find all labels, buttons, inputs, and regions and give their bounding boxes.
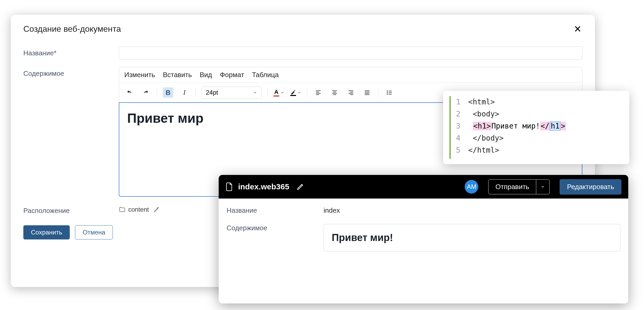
send-dropdown: Отправить	[488, 179, 550, 194]
code-preview-popup: 1 2 3 4 5 <html> <body> <h1>Привет мир!<…	[443, 91, 629, 164]
toolbar-divider	[378, 88, 378, 97]
undo-icon[interactable]	[124, 87, 135, 98]
svg-point-0	[387, 90, 388, 92]
toolbar-divider	[307, 88, 307, 97]
menu-insert[interactable]: Вставить	[163, 71, 192, 79]
send-caret[interactable]	[536, 180, 549, 194]
menu-table[interactable]: Таблица	[252, 71, 279, 79]
text-color-icon[interactable]: A	[273, 89, 285, 97]
viewer-header: index.web365 AM Отправить Редактировать	[219, 175, 628, 199]
viewer-content-box: Привет мир!	[324, 224, 620, 252]
dialog-title: Создание веб-документа	[23, 24, 582, 34]
pencil-icon[interactable]	[154, 207, 159, 212]
viewer-name-label: Название	[227, 206, 324, 215]
menu-edit[interactable]: Изменить	[124, 71, 155, 79]
editor-menu-bar: Изменить Вставить Вид Формат Таблица	[119, 67, 582, 83]
font-size-select[interactable]: 24pt	[201, 87, 262, 99]
code-line-numbers: 1 2 3 4 5	[456, 96, 460, 159]
svg-point-1	[387, 92, 388, 93]
edit-button[interactable]: Редактировать	[560, 179, 621, 195]
code-gutter-bar	[449, 96, 451, 159]
viewer-content-heading: Привет мир!	[332, 232, 612, 243]
align-right-icon[interactable]	[346, 87, 356, 98]
align-center-icon[interactable]	[329, 87, 340, 98]
location-folder-name: content	[128, 206, 149, 213]
content-label: Содержимое	[23, 67, 112, 197]
toolbar-divider	[157, 88, 157, 97]
close-icon[interactable]	[573, 24, 582, 34]
font-size-value: 24pt	[206, 89, 218, 96]
highlight-color-icon[interactable]	[290, 89, 301, 96]
avatar[interactable]: AM	[465, 180, 478, 194]
viewer-content-label: Содержимое	[227, 224, 324, 252]
name-label: Название*	[23, 46, 112, 60]
toolbar-divider	[267, 88, 268, 97]
italic-icon[interactable]: I	[179, 87, 190, 98]
file-icon	[226, 182, 233, 191]
save-button[interactable]: Сохранить	[23, 225, 70, 239]
name-input[interactable]	[119, 46, 582, 60]
align-left-icon[interactable]	[313, 87, 324, 98]
folder-icon	[119, 206, 126, 213]
bold-icon[interactable]: B	[163, 87, 173, 98]
cancel-button[interactable]: Отмена	[75, 225, 113, 239]
viewer-filename: index.web365	[238, 182, 289, 191]
align-justify-icon[interactable]	[362, 87, 372, 98]
menu-format[interactable]: Формат	[220, 71, 244, 79]
code-content: <html> <body> <h1>Привет мир!</h1> </bod…	[468, 96, 566, 159]
toolbar-divider	[195, 88, 196, 97]
viewer-name-value: index	[324, 206, 620, 215]
redo-icon[interactable]	[141, 87, 151, 98]
send-button[interactable]: Отправить	[489, 180, 536, 194]
location-label: Расположение	[23, 204, 112, 215]
svg-point-2	[387, 94, 388, 95]
list-icon[interactable]	[384, 87, 395, 98]
document-viewer: index.web365 AM Отправить Редактировать …	[219, 175, 628, 303]
menu-view[interactable]: Вид	[200, 71, 212, 79]
pencil-icon[interactable]	[297, 183, 304, 190]
